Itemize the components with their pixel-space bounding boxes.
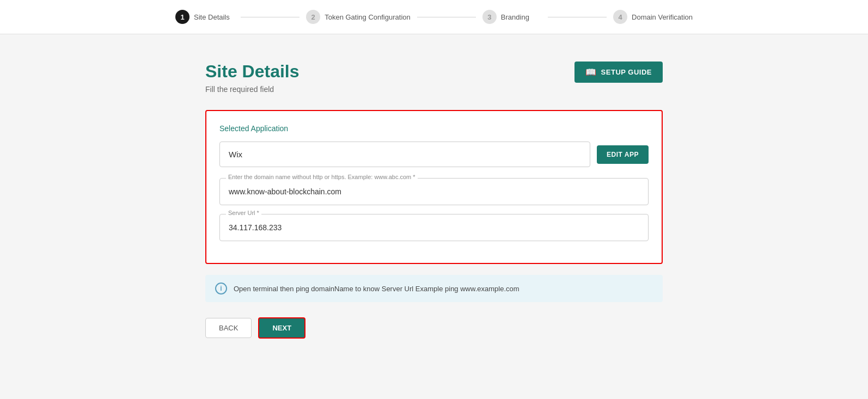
app-row: Wix EDIT APP xyxy=(219,142,649,167)
stepper-container: 1 Site Details 2 Token Gating Configurat… xyxy=(0,0,868,34)
form-card: Selected Application Wix EDIT APP Enter … xyxy=(205,110,663,264)
step-3-circle: 3 xyxy=(482,10,497,24)
page-title: Site Details xyxy=(205,62,299,82)
domain-field-wrapper: Enter the domain name without http or ht… xyxy=(219,178,649,205)
step-line-1 xyxy=(241,17,299,17)
step-4: 4 Domain Verification xyxy=(613,10,693,24)
app-display: Wix xyxy=(219,142,590,167)
main-content: Site Details Fill the required field 📖 S… xyxy=(162,34,706,366)
info-banner: i Open terminal then ping domainName to … xyxy=(205,275,663,302)
section-title: Selected Application xyxy=(219,124,649,133)
server-url-input[interactable] xyxy=(219,214,649,241)
step-2-circle: 2 xyxy=(306,10,320,24)
action-buttons: BACK NEXT xyxy=(205,317,663,339)
info-text: Open terminal then ping domainName to kn… xyxy=(234,285,519,293)
page-subtitle: Fill the required field xyxy=(205,85,299,94)
step-line-2 xyxy=(417,17,476,17)
step-4-label: Domain Verification xyxy=(632,13,693,21)
step-2-label: Token Gating Configuration xyxy=(325,13,411,21)
step-3: 3 Branding xyxy=(482,10,541,24)
back-button[interactable]: BACK xyxy=(205,318,252,338)
step-4-circle: 4 xyxy=(613,10,627,24)
setup-guide-button[interactable]: 📖 SETUP GUIDE xyxy=(574,62,663,83)
step-3-label: Branding xyxy=(501,13,529,21)
page-header: Site Details Fill the required field 📖 S… xyxy=(205,62,663,94)
step-line-3 xyxy=(548,17,607,17)
step-1: 1 Site Details xyxy=(175,10,234,24)
step-1-circle: 1 xyxy=(175,10,190,24)
step-2: 2 Token Gating Configuration xyxy=(306,10,411,24)
edit-app-button[interactable]: EDIT APP xyxy=(597,145,649,164)
next-button[interactable]: NEXT xyxy=(258,317,305,339)
server-url-field-wrapper: Server Url * xyxy=(219,214,649,241)
domain-field-label: Enter the domain name without http or ht… xyxy=(226,174,418,180)
setup-guide-label: SETUP GUIDE xyxy=(601,68,652,76)
domain-input[interactable] xyxy=(219,178,649,205)
info-icon: i xyxy=(215,283,227,294)
server-url-field-label: Server Url * xyxy=(226,210,261,216)
book-icon: 📖 xyxy=(585,67,597,77)
step-1-label: Site Details xyxy=(194,13,230,21)
stepper: 1 Site Details 2 Token Gating Configurat… xyxy=(175,0,693,34)
page-title-block: Site Details Fill the required field xyxy=(205,62,299,94)
